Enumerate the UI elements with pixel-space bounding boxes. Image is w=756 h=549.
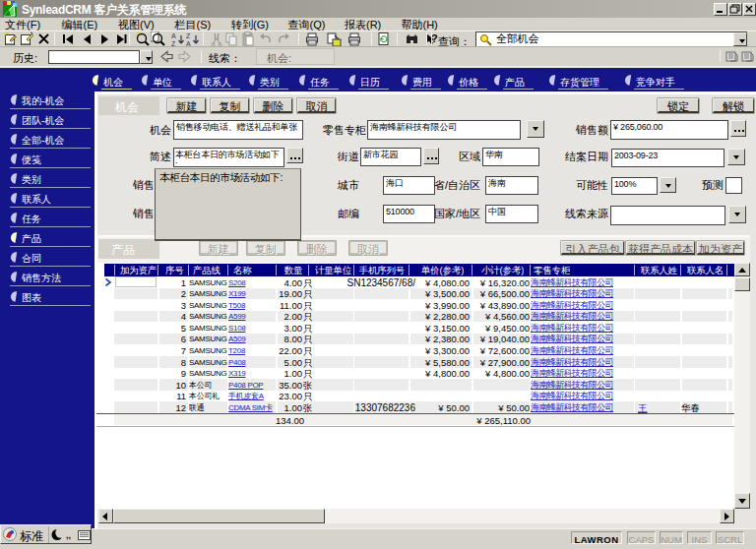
svg-text:Z: Z bbox=[186, 32, 191, 39]
svg-text:A: A bbox=[171, 32, 176, 39]
svg-text:?: ? bbox=[431, 32, 438, 44]
